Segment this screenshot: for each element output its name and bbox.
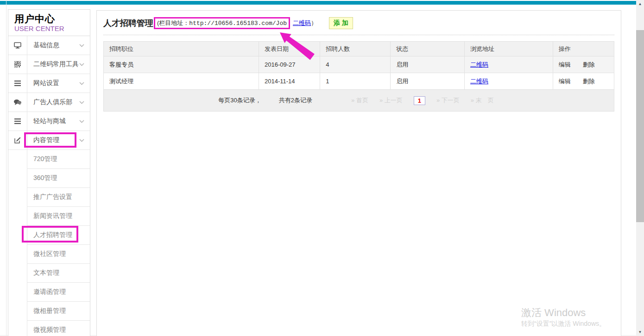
sidebar-item-basic-info[interactable]: 基础信息: [8, 36, 90, 55]
submenu-indent: [8, 169, 27, 188]
cell-date: 2016-09-27: [259, 56, 320, 73]
sidebar-item-text: 广告人俱乐部: [33, 98, 72, 106]
sidebar-subitem-text: 微视频管理: [33, 326, 66, 334]
table-row: 客服专员 2016-09-27 4 启用 二维码 编辑删除: [104, 56, 614, 73]
edit-link[interactable]: 编辑: [559, 61, 571, 68]
scrollbar-down-arrow[interactable]: ▼: [636, 328, 644, 336]
sidebar-subitem-text: 720管理: [33, 155, 57, 163]
edit-link[interactable]: 编辑: [559, 78, 571, 85]
sidebar-item-text: 轻站与商城: [33, 117, 66, 125]
submenu-indent: [8, 283, 27, 302]
cell-position: 测试经理: [104, 73, 259, 90]
scrollbar-thumb[interactable]: [636, 30, 644, 222]
sidebar-subitem-micro-community[interactable]: 微社区管理: [8, 245, 90, 264]
sidebar-title: 用户中心: [14, 13, 90, 25]
sidebar-subitem-label: 微视频管理: [27, 321, 90, 336]
cell-status: 启用: [391, 56, 465, 73]
monitor-icon: [8, 36, 27, 55]
col-status: 状态: [391, 42, 465, 56]
submenu-indent: [8, 321, 27, 336]
sidebar-item-label: 二维码常用工具: [27, 55, 90, 74]
chevron-down-icon: [79, 101, 84, 104]
chevron-down-icon: [79, 82, 84, 85]
prev-page-link[interactable]: » 上一页: [379, 96, 403, 105]
cell-actions: 编辑删除: [553, 73, 614, 90]
sidebar-item-label: 网站设置: [27, 74, 90, 93]
page-title: 人才招聘管理: [103, 18, 153, 29]
sidebar-item-lite-site-mall[interactable]: 轻站与商城: [8, 112, 90, 131]
next-page-link[interactable]: » 下一页: [436, 96, 460, 105]
sidebar-item-site-settings[interactable]: 网站设置: [8, 74, 90, 93]
cell-status: 启用: [391, 73, 465, 90]
chat-bubbles-icon: [8, 93, 27, 112]
sidebar-subitem-text: 微相册管理: [33, 307, 66, 315]
submenu-indent: [8, 150, 27, 169]
cell-view: 二维码: [465, 73, 553, 90]
sidebar-subitem-label: 微社区管理: [27, 245, 90, 264]
cell-count: 1: [320, 73, 391, 90]
last-page-link[interactable]: » 末 页: [471, 96, 494, 105]
column-url: http://10656.165183.com/Job: [189, 20, 287, 27]
scrollbar[interactable]: ▲ ▼: [636, 0, 644, 336]
table-header-row: 招聘职位 发表日期 招聘人数 状态 浏览地址 操作: [104, 42, 614, 56]
total-records-info: 共有2条记录: [279, 96, 312, 105]
chevron-down-icon: [79, 139, 84, 142]
menu-lines-icon: [8, 112, 27, 131]
chevron-down-icon: [79, 44, 84, 47]
sidebar-subitem-invitation[interactable]: 邀请函管理: [8, 283, 90, 302]
submenu-indent: [8, 188, 27, 207]
sidebar-item-label: 轻站与商城: [27, 112, 90, 131]
qrcode-link[interactable]: 二维码: [470, 78, 488, 85]
sidebar-subitem-label: 720管理: [27, 150, 90, 169]
col-publish-date: 发表日期: [259, 42, 320, 56]
submenu-indent: [8, 302, 27, 321]
sidebar-subitem-micro-album[interactable]: 微相册管理: [8, 302, 90, 321]
sidebar-subitem-label: 人才招聘管理: [27, 226, 90, 245]
sidebar: 用户中心 USER CENTER 基础信息 二维码常用工具 网站设置: [8, 9, 90, 336]
qrcode-icon: [8, 55, 27, 74]
sidebar-item-text: 二维码常用工具: [33, 60, 79, 68]
sidebar-subitem-recruitment[interactable]: 人才招聘管理: [8, 226, 90, 245]
sidebar-subitem-promo-ads[interactable]: 推广广告设置: [8, 188, 90, 207]
col-position: 招聘职位: [104, 42, 259, 56]
sidebar-item-label: 广告人俱乐部: [27, 93, 90, 112]
sidebar-subitem-micro-video[interactable]: 微视频管理: [8, 321, 90, 336]
sidebar-item-text: 网站设置: [33, 79, 59, 87]
sidebar-subitem-720[interactable]: 720管理: [8, 150, 90, 169]
cell-actions: 编辑删除: [553, 56, 614, 73]
submenu-indent: [8, 264, 27, 283]
per-page-info: 每页30条记录，: [218, 96, 261, 105]
submenu-indent: [8, 245, 27, 264]
sidebar-item-content-management[interactable]: 内容管理: [8, 131, 90, 150]
paren-close: ）: [311, 19, 317, 27]
scrollbar-up-arrow[interactable]: ▲: [636, 0, 644, 8]
header-separator: [103, 35, 614, 35]
delete-link[interactable]: 删除: [583, 61, 595, 68]
col-headcount: 招聘人数: [320, 42, 391, 56]
qrcode-header-link[interactable]: 二维码: [293, 19, 311, 27]
qrcode-link[interactable]: 二维码: [470, 61, 488, 68]
sidebar-subitem-text: 推广广告设置: [33, 193, 72, 201]
submenu-indent: [8, 207, 27, 226]
sidebar-subitem-360[interactable]: 360管理: [8, 169, 90, 188]
submenu-indent: [8, 226, 27, 245]
delete-link[interactable]: 删除: [583, 78, 595, 85]
sidebar-header: 用户中心 USER CENTER: [8, 10, 90, 36]
sidebar-subitem-label: 新闻资讯管理: [27, 207, 90, 226]
sidebar-subitem-text: 新闻资讯管理: [33, 212, 72, 220]
sidebar-item-qrcode-tools[interactable]: 二维码常用工具: [8, 55, 90, 74]
col-actions: 操作: [553, 42, 614, 56]
current-page-number: 1: [414, 96, 425, 105]
add-button[interactable]: 添 加: [329, 17, 353, 29]
edit-pencil-icon: [8, 131, 27, 150]
sidebar-subitem-text: 人才招聘管理: [33, 231, 72, 239]
cell-position: 客服专员: [104, 56, 259, 73]
sidebar-item-ad-club[interactable]: 广告人俱乐部: [8, 93, 90, 112]
top-accent-bar: [0, 1, 636, 5]
sidebar-subitem-text-mgmt[interactable]: 文本管理: [8, 264, 90, 283]
sidebar-subitem-label: 360管理: [27, 169, 90, 188]
sidebar-subitem-news[interactable]: 新闻资讯管理: [8, 207, 90, 226]
cell-view: 二维码: [465, 56, 553, 73]
sidebar-subitem-text: 360管理: [33, 174, 57, 182]
first-page-link[interactable]: » 首页: [351, 96, 368, 105]
